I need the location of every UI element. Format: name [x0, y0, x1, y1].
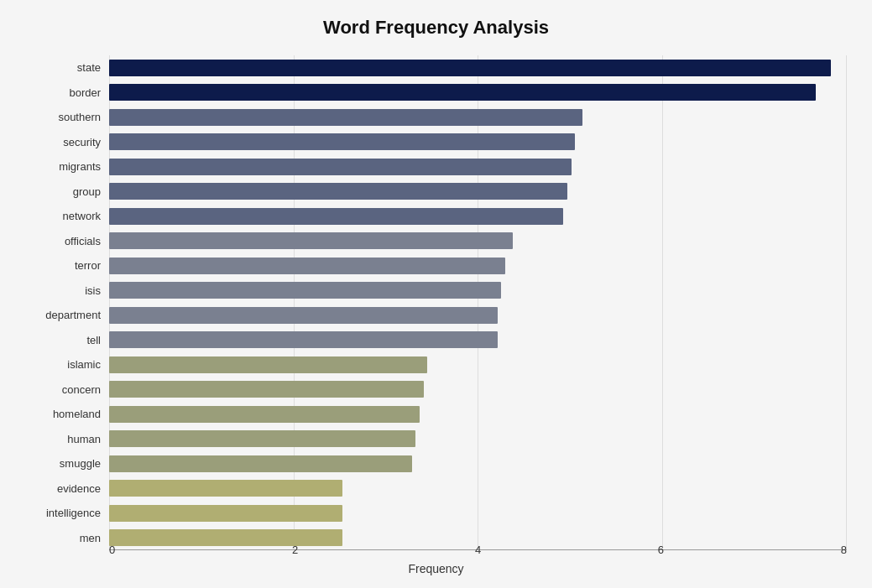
- bar-row: [109, 107, 847, 127]
- y-label: department: [25, 304, 101, 326]
- bar-row: [109, 206, 847, 226]
- y-label: smuggle: [25, 453, 101, 475]
- bar-row: [109, 132, 847, 152]
- bar: [109, 381, 424, 398]
- y-label: state: [25, 57, 101, 79]
- bar-row: [109, 181, 847, 201]
- y-label: homeland: [25, 403, 101, 425]
- bar-row: [109, 82, 847, 102]
- y-label: human: [25, 428, 101, 450]
- y-labels: statebordersouthernsecuritymigrantsgroup…: [25, 55, 109, 550]
- bar: [109, 406, 420, 423]
- y-label: southern: [25, 107, 101, 128]
- bar: [109, 529, 342, 546]
- y-label: officials: [25, 230, 101, 252]
- bar-row: [109, 355, 847, 375]
- bar: [109, 232, 513, 249]
- y-label: terror: [25, 255, 101, 277]
- bar-row: [109, 330, 847, 350]
- bar-row: [109, 256, 847, 276]
- bar: [109, 84, 816, 101]
- bar: [109, 307, 498, 324]
- y-label: network: [25, 206, 101, 227]
- y-label: migrants: [25, 156, 101, 178]
- bar: [109, 480, 342, 497]
- bar-row: [109, 231, 847, 251]
- bar: [109, 133, 575, 150]
- bar-row: [109, 379, 847, 399]
- y-label: isis: [25, 279, 101, 301]
- bars-and-grid: [109, 55, 847, 550]
- bar-row: [109, 503, 847, 523]
- bar: [109, 505, 342, 522]
- y-label: security: [25, 131, 101, 153]
- bar: [109, 331, 498, 348]
- y-label: men: [25, 527, 101, 549]
- bar: [109, 455, 412, 472]
- bar-row: [109, 157, 847, 177]
- bar-row: [109, 478, 847, 498]
- bar: [109, 258, 505, 274]
- bar-row: [109, 58, 847, 78]
- y-label: group: [25, 180, 101, 202]
- chart-area: statebordersouthernsecuritymigrantsgroup…: [25, 55, 847, 550]
- chart-container: Word Frequency Analysis statebordersouth…: [0, 0, 872, 588]
- bar: [109, 356, 427, 373]
- bar: [109, 60, 831, 76]
- bar-row: [109, 528, 847, 548]
- y-label: islamic: [25, 354, 101, 376]
- bar-row: [109, 454, 847, 474]
- bar: [109, 183, 567, 200]
- y-label: concern: [25, 378, 101, 400]
- bar-row: [109, 404, 847, 424]
- bar: [109, 208, 563, 225]
- y-label: border: [25, 81, 101, 103]
- bar-row: [109, 429, 847, 449]
- chart-title: Word Frequency Analysis: [25, 17, 847, 39]
- bar: [109, 282, 501, 299]
- bar-row: [109, 305, 847, 325]
- x-axis-title: Frequency: [0, 562, 872, 575]
- bar-row: [109, 280, 847, 300]
- y-label: tell: [25, 329, 101, 351]
- y-label: intelligence: [25, 502, 101, 524]
- bar: [109, 109, 582, 126]
- bar: [109, 430, 415, 447]
- y-label: evidence: [25, 477, 101, 499]
- bar: [109, 159, 572, 175]
